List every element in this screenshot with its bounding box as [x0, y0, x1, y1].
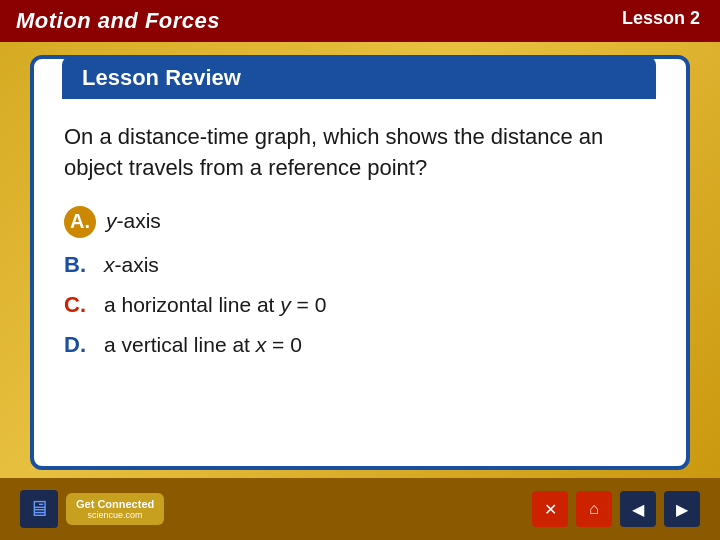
slide: Motion and Forces Lesson 2 Lesson Review… [0, 0, 720, 540]
nav-prev-button[interactable]: ◀ [620, 491, 656, 527]
header-title: Motion and Forces [16, 8, 220, 34]
option-letter-a: A. [64, 206, 96, 238]
option-text-a: y-axis [106, 209, 161, 233]
lesson-review-text: Lesson Review [82, 65, 241, 90]
lesson-label: Lesson 2 [622, 8, 700, 29]
answer-option-b: B. x-axis [64, 252, 656, 278]
bottom-bar: 🖥 Get Connected sciencue.com ✕ ⌂ ◀ ▶ [0, 478, 720, 540]
header-bar: Motion and Forces Lesson 2 [0, 0, 720, 42]
option-text-c: a horizontal line at y = 0 [104, 293, 326, 317]
option-text-b: x-axis [104, 253, 159, 277]
lesson-review-banner: Lesson Review [62, 57, 656, 99]
nav-home-button[interactable]: ⌂ [576, 491, 612, 527]
nav-next-button[interactable]: ▶ [664, 491, 700, 527]
option-letter-c: C. [64, 292, 94, 318]
get-connected-box: Get Connected sciencue.com [66, 493, 164, 525]
nav-buttons: ✕ ⌂ ◀ ▶ [532, 491, 700, 527]
option-letter-b: B. [64, 252, 94, 278]
answer-option-a: A. y-axis [64, 206, 656, 238]
nav-close-button[interactable]: ✕ [532, 491, 568, 527]
get-connected-label: Get Connected [76, 498, 154, 510]
answer-option-d: D. a vertical line at x = 0 [64, 332, 656, 358]
get-connected-url: sciencue.com [88, 510, 143, 520]
answer-option-c: C. a horizontal line at y = 0 [64, 292, 656, 318]
option-letter-d: D. [64, 332, 94, 358]
question-text: On a distance-time graph, which shows th… [64, 118, 656, 184]
computer-icon: 🖥 [20, 490, 58, 528]
content-card: Lesson Review On a distance-time graph, … [30, 55, 690, 470]
bottom-left: 🖥 Get Connected sciencue.com [20, 490, 164, 528]
option-text-d: a vertical line at x = 0 [104, 333, 302, 357]
